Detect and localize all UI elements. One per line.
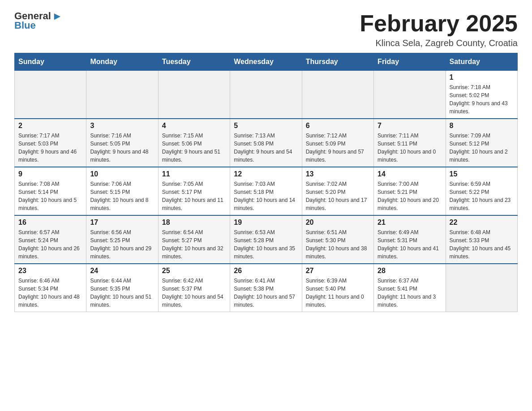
- day-info: Sunrise: 6:51 AMSunset: 5:30 PMDaylight:…: [306, 228, 370, 261]
- calendar-cell: 25Sunrise: 6:42 AMSunset: 5:37 PMDayligh…: [158, 264, 230, 312]
- day-of-week-header: Sunday: [15, 53, 86, 71]
- day-number: 27: [306, 267, 370, 275]
- calendar-cell: 20Sunrise: 6:51 AMSunset: 5:30 PMDayligh…: [302, 215, 373, 264]
- day-number: 28: [378, 267, 442, 275]
- calendar-cell: [302, 71, 373, 119]
- day-info: Sunrise: 7:16 AMSunset: 5:05 PMDaylight:…: [90, 132, 154, 164]
- day-number: 19: [234, 218, 298, 227]
- day-info: Sunrise: 7:03 AMSunset: 5:18 PMDaylight:…: [234, 180, 298, 212]
- day-of-week-header: Thursday: [302, 53, 373, 71]
- day-number: 21: [378, 218, 442, 227]
- day-number: 24: [90, 267, 154, 275]
- calendar-cell: 16Sunrise: 6:57 AMSunset: 5:24 PMDayligh…: [15, 215, 86, 264]
- day-number: 15: [450, 170, 514, 178]
- calendar-cell: 12Sunrise: 7:03 AMSunset: 5:18 PMDayligh…: [230, 167, 302, 215]
- day-number: 17: [90, 218, 154, 227]
- calendar-cell: [15, 71, 86, 119]
- calendar-title: February 2025: [360, 11, 518, 36]
- day-number: 13: [306, 170, 370, 178]
- day-number: 18: [162, 218, 226, 227]
- calendar-cell: 19Sunrise: 6:53 AMSunset: 5:28 PMDayligh…: [230, 215, 302, 264]
- day-number: 12: [234, 170, 298, 178]
- day-number: 1: [450, 73, 514, 81]
- day-number: 6: [306, 122, 370, 130]
- page-header: General ► Blue February 2025 Klinca Sela…: [14, 11, 518, 48]
- day-of-week-header: Saturday: [446, 53, 517, 71]
- logo-arrow-icon: ►: [52, 11, 63, 21]
- day-info: Sunrise: 6:48 AMSunset: 5:33 PMDaylight:…: [450, 228, 514, 261]
- day-of-week-header: Wednesday: [230, 53, 302, 71]
- day-info: Sunrise: 6:54 AMSunset: 5:27 PMDaylight:…: [162, 228, 226, 261]
- calendar-week-row: 23Sunrise: 6:46 AMSunset: 5:34 PMDayligh…: [15, 264, 518, 312]
- calendar-cell: 28Sunrise: 6:37 AMSunset: 5:41 PMDayligh…: [374, 264, 446, 312]
- calendar-cell: 9Sunrise: 7:08 AMSunset: 5:14 PMDaylight…: [15, 167, 86, 215]
- day-of-week-header: Monday: [86, 53, 158, 71]
- day-info: Sunrise: 6:37 AMSunset: 5:41 PMDaylight:…: [378, 277, 442, 309]
- day-info: Sunrise: 7:06 AMSunset: 5:15 PMDaylight:…: [90, 180, 154, 212]
- calendar-cell: 14Sunrise: 7:00 AMSunset: 5:21 PMDayligh…: [374, 167, 446, 215]
- calendar-week-row: 1Sunrise: 7:18 AMSunset: 5:02 PMDaylight…: [15, 71, 518, 119]
- day-info: Sunrise: 6:44 AMSunset: 5:35 PMDaylight:…: [90, 277, 154, 309]
- calendar-header-row: SundayMondayTuesdayWednesdayThursdayFrid…: [15, 53, 518, 71]
- day-info: Sunrise: 6:42 AMSunset: 5:37 PMDaylight:…: [162, 277, 226, 309]
- day-info: Sunrise: 7:00 AMSunset: 5:21 PMDaylight:…: [378, 180, 442, 212]
- calendar-week-row: 2Sunrise: 7:17 AMSunset: 5:03 PMDaylight…: [15, 119, 518, 167]
- day-info: Sunrise: 6:41 AMSunset: 5:38 PMDaylight:…: [234, 277, 298, 309]
- day-number: 20: [306, 218, 370, 227]
- day-number: 5: [234, 122, 298, 130]
- day-info: Sunrise: 6:56 AMSunset: 5:25 PMDaylight:…: [90, 228, 154, 261]
- day-number: 11: [162, 170, 226, 178]
- day-number: 22: [450, 218, 514, 227]
- day-info: Sunrise: 7:02 AMSunset: 5:20 PMDaylight:…: [306, 180, 370, 212]
- title-block: February 2025 Klinca Sela, Zagreb County…: [360, 11, 518, 48]
- day-number: 2: [18, 122, 82, 130]
- day-info: Sunrise: 6:59 AMSunset: 5:22 PMDaylight:…: [450, 180, 514, 212]
- calendar-week-row: 9Sunrise: 7:08 AMSunset: 5:14 PMDaylight…: [15, 167, 518, 215]
- day-number: 16: [18, 218, 82, 227]
- calendar-cell: [86, 71, 158, 119]
- calendar-cell: 3Sunrise: 7:16 AMSunset: 5:05 PMDaylight…: [86, 119, 158, 167]
- day-number: 10: [90, 170, 154, 178]
- day-info: Sunrise: 7:11 AMSunset: 5:11 PMDaylight:…: [378, 132, 442, 164]
- day-number: 7: [378, 122, 442, 130]
- calendar-cell: 17Sunrise: 6:56 AMSunset: 5:25 PMDayligh…: [86, 215, 158, 264]
- calendar-cell: 23Sunrise: 6:46 AMSunset: 5:34 PMDayligh…: [15, 264, 86, 312]
- day-info: Sunrise: 7:15 AMSunset: 5:06 PMDaylight:…: [162, 132, 226, 164]
- day-info: Sunrise: 6:53 AMSunset: 5:28 PMDaylight:…: [234, 228, 298, 261]
- day-number: 14: [378, 170, 442, 178]
- day-info: Sunrise: 7:05 AMSunset: 5:17 PMDaylight:…: [162, 180, 226, 212]
- day-of-week-header: Friday: [374, 53, 446, 71]
- calendar-cell: 5Sunrise: 7:13 AMSunset: 5:08 PMDaylight…: [230, 119, 302, 167]
- calendar-cell: 2Sunrise: 7:17 AMSunset: 5:03 PMDaylight…: [15, 119, 86, 167]
- calendar-cell: 11Sunrise: 7:05 AMSunset: 5:17 PMDayligh…: [158, 167, 230, 215]
- calendar-cell: [446, 264, 517, 312]
- calendar-cell: 21Sunrise: 6:49 AMSunset: 5:31 PMDayligh…: [374, 215, 446, 264]
- calendar-cell: 18Sunrise: 6:54 AMSunset: 5:27 PMDayligh…: [158, 215, 230, 264]
- calendar-cell: 1Sunrise: 7:18 AMSunset: 5:02 PMDaylight…: [446, 71, 517, 119]
- logo-blue-text: Blue: [14, 20, 36, 31]
- day-info: Sunrise: 6:57 AMSunset: 5:24 PMDaylight:…: [18, 228, 82, 261]
- day-number: 4: [162, 122, 226, 130]
- day-info: Sunrise: 6:39 AMSunset: 5:40 PMDaylight:…: [306, 277, 370, 309]
- calendar-cell: 13Sunrise: 7:02 AMSunset: 5:20 PMDayligh…: [302, 167, 373, 215]
- calendar-cell: 15Sunrise: 6:59 AMSunset: 5:22 PMDayligh…: [446, 167, 517, 215]
- calendar-cell: 4Sunrise: 7:15 AMSunset: 5:06 PMDaylight…: [158, 119, 230, 167]
- calendar-cell: 22Sunrise: 6:48 AMSunset: 5:33 PMDayligh…: [446, 215, 517, 264]
- calendar-cell: [158, 71, 230, 119]
- calendar-cell: 26Sunrise: 6:41 AMSunset: 5:38 PMDayligh…: [230, 264, 302, 312]
- day-info: Sunrise: 7:09 AMSunset: 5:12 PMDaylight:…: [450, 132, 514, 164]
- day-number: 23: [18, 267, 82, 275]
- day-of-week-header: Tuesday: [158, 53, 230, 71]
- calendar-table: SundayMondayTuesdayWednesdayThursdayFrid…: [14, 53, 518, 312]
- day-number: 3: [90, 122, 154, 130]
- calendar-cell: 8Sunrise: 7:09 AMSunset: 5:12 PMDaylight…: [446, 119, 517, 167]
- day-info: Sunrise: 7:17 AMSunset: 5:03 PMDaylight:…: [18, 132, 82, 164]
- day-number: 25: [162, 267, 226, 275]
- day-info: Sunrise: 6:46 AMSunset: 5:34 PMDaylight:…: [18, 277, 82, 309]
- calendar-cell: 7Sunrise: 7:11 AMSunset: 5:11 PMDaylight…: [374, 119, 446, 167]
- calendar-cell: [230, 71, 302, 119]
- day-info: Sunrise: 7:08 AMSunset: 5:14 PMDaylight:…: [18, 180, 82, 212]
- calendar-cell: 10Sunrise: 7:06 AMSunset: 5:15 PMDayligh…: [86, 167, 158, 215]
- calendar-week-row: 16Sunrise: 6:57 AMSunset: 5:24 PMDayligh…: [15, 215, 518, 264]
- calendar-cell: [374, 71, 446, 119]
